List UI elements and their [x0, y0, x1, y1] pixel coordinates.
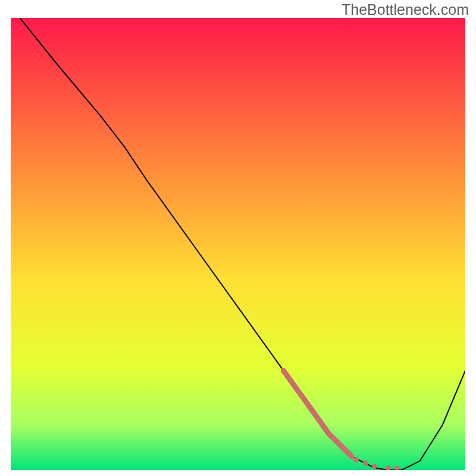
- chart-frame: TheBottleneck.com: [0, 0, 476, 476]
- optimal-dot: [362, 461, 368, 466]
- optimal-dot: [353, 457, 359, 462]
- optimal-dot: [372, 464, 377, 469]
- chart-plot-area: [11, 18, 465, 470]
- gradient-background: [11, 18, 465, 470]
- attribution-text: TheBottleneck.com: [342, 1, 469, 18]
- chart-svg: [11, 18, 465, 470]
